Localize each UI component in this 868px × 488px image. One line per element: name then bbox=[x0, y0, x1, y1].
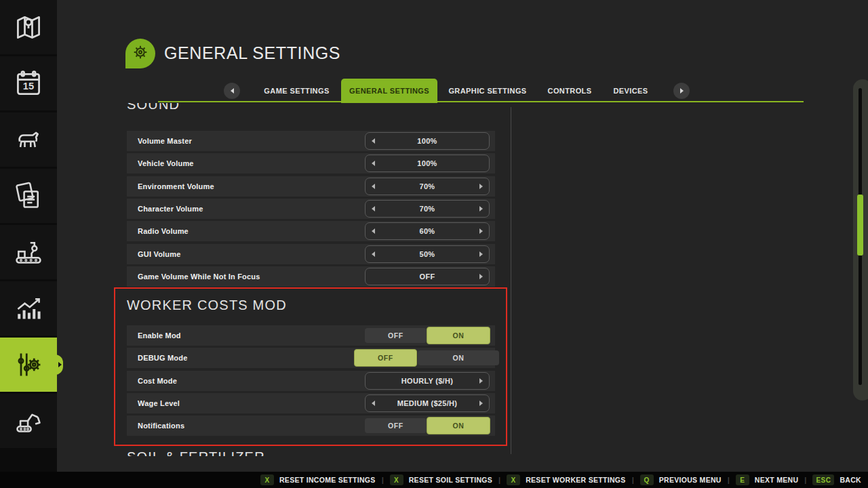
footer-separator: | bbox=[804, 476, 806, 484]
debug-mode-off-button[interactable]: OFF bbox=[354, 349, 417, 367]
stepper-right-icon[interactable] bbox=[479, 378, 483, 384]
list-scrollbar-track[interactable] bbox=[511, 107, 511, 454]
tab-game-settings[interactable]: GAME SETTINGS bbox=[261, 81, 332, 100]
game-volume-focus-stepper[interactable]: OFF bbox=[365, 268, 490, 285]
sidebar-item-contracts[interactable] bbox=[0, 169, 57, 223]
footer-label: RESET WORKER SETTINGS bbox=[526, 476, 625, 484]
footer-reset-soil-settings[interactable]: X RESET SOIL SETTINGS bbox=[390, 474, 492, 485]
footer-next-menu[interactable]: E NEXT MENU bbox=[736, 474, 799, 485]
tabs-next-button[interactable] bbox=[673, 83, 690, 99]
wage-level-stepper[interactable]: MEDIUM ($25/H) bbox=[365, 394, 490, 412]
tabs-prev-button[interactable] bbox=[224, 83, 240, 99]
tab-controls[interactable]: CONTROLS bbox=[542, 81, 597, 100]
notifications-on-button[interactable]: ON bbox=[427, 417, 490, 434]
footer-separator: | bbox=[632, 476, 634, 484]
setting-label: Character Volume bbox=[138, 205, 203, 213]
volume-master-stepper[interactable]: 100% bbox=[365, 132, 490, 150]
stepper-right-icon[interactable] bbox=[479, 251, 483, 257]
stepper-right-icon[interactable] bbox=[479, 206, 483, 211]
footer-label: RESET INCOME SETTINGS bbox=[279, 476, 376, 484]
animals-icon bbox=[14, 125, 43, 155]
footer-previous-menu[interactable]: Q PREVIOUS MENU bbox=[640, 474, 722, 485]
setting-label: Enable Mod bbox=[138, 331, 181, 340]
setting-row-environment-volume[interactable]: Environment Volume 70% bbox=[127, 176, 495, 197]
footer-label: NEXT MENU bbox=[755, 476, 799, 484]
stepper-value: 70% bbox=[420, 182, 435, 190]
notifications-off-button[interactable]: OFF bbox=[365, 418, 427, 433]
setting-label: Vehicle Volume bbox=[138, 159, 194, 167]
construction-icon bbox=[14, 406, 43, 436]
setting-label: Cost Mode bbox=[138, 377, 177, 385]
tab-general-settings[interactable]: GENERAL SETTINGS bbox=[341, 79, 437, 103]
key-e-badge: E bbox=[736, 474, 749, 485]
setting-row-character-volume[interactable]: Character Volume 70% bbox=[127, 199, 495, 219]
footer-separator: | bbox=[498, 476, 500, 484]
setting-row-gui-volume[interactable]: GUI Volume 50% bbox=[127, 244, 495, 264]
sidebar-item-production[interactable] bbox=[0, 225, 57, 279]
settings-icon bbox=[14, 350, 43, 380]
gui-volume-stepper[interactable]: 50% bbox=[365, 245, 490, 263]
footer-separator: | bbox=[728, 476, 730, 484]
footer-label: PREVIOUS MENU bbox=[659, 476, 722, 484]
setting-label: Wage Level bbox=[138, 399, 180, 407]
footer-label: BACK bbox=[840, 476, 861, 484]
page-scrollbar-thumb[interactable] bbox=[857, 195, 863, 256]
stepper-left-icon[interactable] bbox=[372, 184, 375, 189]
calendar-icon: 15 bbox=[14, 68, 43, 98]
setting-row-vehicle-volume[interactable]: Vehicle Volume 100% bbox=[127, 153, 495, 174]
radio-volume-stepper[interactable]: 60% bbox=[365, 222, 490, 240]
sidebar-item-construction[interactable] bbox=[0, 394, 57, 448]
key-x-badge: X bbox=[260, 474, 274, 485]
stepper-left-icon[interactable] bbox=[372, 401, 375, 406]
stepper-value: OFF bbox=[420, 272, 435, 281]
stepper-right-icon[interactable] bbox=[479, 274, 483, 279]
character-volume-stepper[interactable]: 70% bbox=[365, 200, 490, 218]
stepper-left-icon[interactable] bbox=[372, 138, 375, 144]
setting-label: Radio Volume bbox=[138, 227, 189, 235]
cost-mode-stepper[interactable]: HOURLY ($/H) bbox=[365, 372, 490, 390]
stepper-left-icon[interactable] bbox=[372, 251, 375, 257]
stepper-left-icon[interactable] bbox=[372, 161, 375, 166]
setting-row-cost-mode[interactable]: Cost Mode HOURLY ($/H) bbox=[127, 371, 495, 391]
page-icon-badge bbox=[125, 39, 155, 68]
footer-back[interactable]: ESC BACK bbox=[812, 474, 861, 485]
section-title-sound: SOUND bbox=[127, 103, 180, 113]
tab-graphic-settings[interactable]: GRAPHIC SETTINGS bbox=[447, 81, 528, 100]
setting-row-enable-mod[interactable]: Enable Mod OFF ON bbox=[127, 325, 495, 346]
footer-separator: | bbox=[382, 476, 384, 484]
stepper-value: MEDIUM ($25/H) bbox=[397, 399, 458, 407]
statistics-icon bbox=[14, 293, 43, 323]
tab-underline bbox=[158, 101, 804, 102]
footer-keybinds-bar: X RESET INCOME SETTINGS | X RESET SOIL S… bbox=[0, 472, 868, 488]
sidebar-item-settings[interactable] bbox=[0, 338, 57, 392]
enable-mod-off-button[interactable]: OFF bbox=[365, 328, 427, 343]
sidebar-item-animals[interactable] bbox=[0, 113, 57, 167]
stepper-left-icon[interactable] bbox=[372, 228, 375, 234]
setting-row-volume-master[interactable]: Volume Master 100% bbox=[127, 131, 495, 151]
stepper-left-icon[interactable] bbox=[372, 206, 375, 211]
stepper-value: 100% bbox=[417, 137, 437, 145]
enable-mod-on-button[interactable]: ON bbox=[427, 327, 490, 344]
section-title-worker-costs-mod: WORKER COSTS MOD bbox=[127, 298, 287, 313]
map-icon bbox=[14, 12, 43, 42]
environment-volume-stepper[interactable]: 70% bbox=[365, 178, 490, 195]
setting-row-radio-volume[interactable]: Radio Volume 60% bbox=[127, 221, 495, 241]
setting-row-notifications[interactable]: Notifications OFF ON bbox=[127, 415, 495, 436]
stepper-right-icon[interactable] bbox=[479, 401, 483, 406]
stepper-value: 70% bbox=[420, 205, 435, 213]
setting-row-wage-level[interactable]: Wage Level MEDIUM ($25/H) bbox=[127, 393, 495, 413]
footer-reset-worker-settings[interactable]: X RESET WORKER SETTINGS bbox=[507, 474, 625, 485]
sidebar-item-statistics[interactable] bbox=[0, 281, 57, 336]
debug-mode-on-button[interactable]: ON bbox=[418, 350, 499, 365]
sidebar-item-map[interactable] bbox=[0, 0, 57, 54]
sidebar-item-calendar[interactable]: 15 bbox=[0, 56, 57, 110]
footer-reset-income-settings[interactable]: X RESET INCOME SETTINGS bbox=[260, 474, 376, 485]
stepper-right-icon[interactable] bbox=[479, 228, 483, 234]
gear-icon bbox=[130, 42, 151, 65]
stepper-value: 100% bbox=[417, 159, 437, 167]
setting-row-debug-mode[interactable]: DEBUG Mode OFF ON bbox=[127, 348, 495, 368]
setting-row-game-volume-not-in-focus[interactable]: Game Volume While Not In Focus OFF bbox=[127, 266, 495, 287]
tab-devices[interactable]: DEVICES bbox=[607, 81, 654, 100]
stepper-right-icon[interactable] bbox=[479, 184, 483, 189]
vehicle-volume-stepper[interactable]: 100% bbox=[365, 155, 490, 172]
